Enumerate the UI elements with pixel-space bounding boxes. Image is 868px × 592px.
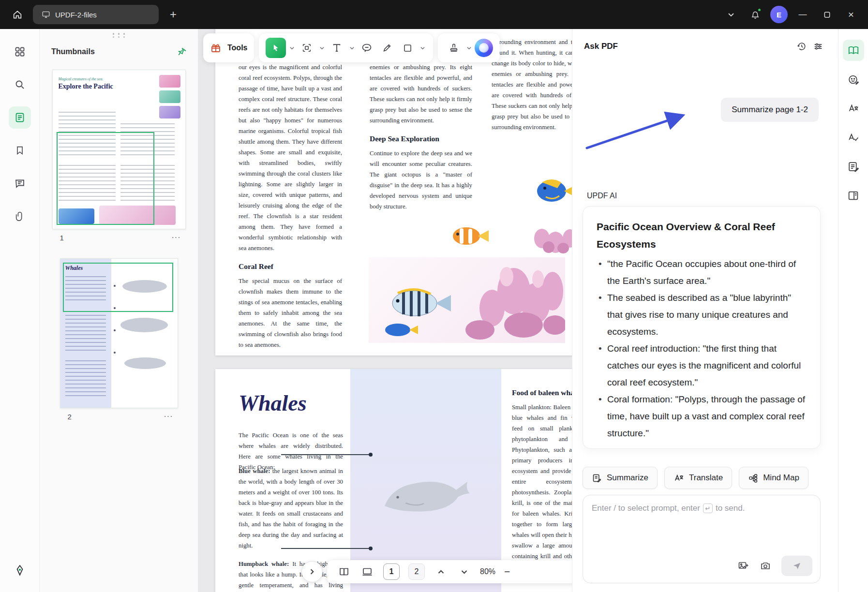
summarize-button[interactable]: Summarize: [583, 467, 658, 489]
attach-image-button[interactable]: [737, 560, 749, 572]
translate-a-icon: [847, 103, 859, 115]
open-book-icon: [847, 44, 860, 57]
thumb1-page-number: 1: [60, 234, 64, 242]
select-tool-chevron[interactable]: [288, 41, 296, 55]
next-page-button[interactable]: [457, 564, 471, 579]
dropdown-chevron-button[interactable]: [722, 5, 740, 24]
clownfish-image: [445, 216, 492, 254]
topbar: UPDF-2-files + E — ×: [0, 0, 868, 29]
pen-tool-button[interactable]: [378, 39, 396, 57]
translate-panel-button[interactable]: [843, 98, 864, 119]
note-edit-icon: [847, 161, 859, 173]
snapshot-tool-chevron[interactable]: [318, 41, 326, 55]
thumb1-more-button[interactable]: ···: [172, 233, 181, 242]
search-button[interactable]: [9, 74, 31, 96]
minimize-button[interactable]: —: [793, 5, 812, 24]
comment-tool-button[interactable]: [358, 39, 376, 57]
page1-column-3: surrounding environment and the water ar…: [492, 37, 572, 133]
main-tools-segment: [259, 33, 433, 62]
thumb2-selection-rect: [63, 263, 173, 312]
zoom-level[interactable]: 80%: [480, 567, 495, 576]
document-tab[interactable]: UPDF-2-files: [33, 5, 159, 24]
apps-grid-icon: [14, 46, 26, 58]
notes-button[interactable]: [843, 156, 864, 177]
page1-column-1: our eyes is the magnificent and colorful…: [239, 62, 342, 350]
page2-right-column: Food of baleen whales Small plankton: Ba…: [512, 387, 572, 572]
coral-reef-image: [369, 257, 565, 343]
page-navigation-bar: 1 2 80% −: [327, 560, 572, 583]
thumbnails-title: Thumbnails: [51, 47, 95, 56]
enter-key-icon: ↵: [703, 503, 713, 513]
previous-page-button[interactable]: [434, 564, 448, 579]
next-page-box[interactable]: 2: [408, 563, 425, 580]
avatar[interactable]: E: [770, 6, 788, 23]
emoji-annotation-button[interactable]: [843, 69, 864, 90]
layout-panel-button[interactable]: [843, 185, 864, 206]
assistant-name: UPDF AI: [587, 192, 617, 200]
attachments-button[interactable]: [9, 205, 31, 227]
chat-history-button[interactable]: [793, 38, 810, 55]
maximize-button[interactable]: [818, 5, 836, 24]
zoom-out-button[interactable]: −: [504, 566, 510, 577]
home-button[interactable]: [8, 5, 27, 24]
pdf-page-2[interactable]: Whales The Pacific Ocean is one of the s…: [215, 369, 572, 592]
bookmark-icon: [15, 145, 25, 156]
floating-toolbar: Tools: [203, 33, 500, 62]
stamp-tool-button[interactable]: [445, 39, 463, 57]
translate-button[interactable]: Translate: [664, 467, 732, 489]
chevron-down-icon: [727, 11, 735, 18]
response-bullet: The seabed is described as a "blue labyr…: [597, 289, 807, 340]
snapshot-tool-button[interactable]: [298, 39, 316, 57]
thumbnails-panel-button[interactable]: [9, 106, 31, 129]
shape-tool-chevron[interactable]: [419, 41, 426, 55]
prompt-placeholder: Enter / to select prompt, enter ↵ to sen…: [592, 503, 811, 513]
paperclip-icon: [15, 211, 25, 222]
leader-line-2: [281, 548, 371, 549]
response-bullets: "the Pacific Ocean occupies about one-th…: [597, 255, 807, 442]
tools-segment[interactable]: Tools: [203, 33, 254, 62]
ai-assistant-button[interactable]: [475, 39, 493, 57]
tools-label: Tools: [227, 44, 247, 52]
comments-button[interactable]: [9, 172, 31, 194]
screen-view-button[interactable]: [360, 564, 374, 579]
document-canvas[interactable]: our eyes is the magnificent and colorful…: [198, 29, 572, 592]
ask-pdf-title: Ask PDF: [584, 42, 618, 51]
shape-tool-button[interactable]: [398, 39, 417, 57]
thumb1-selection-rect: [57, 132, 154, 225]
smiley-icon: [847, 74, 859, 86]
whale-image: [377, 468, 479, 526]
close-button[interactable]: ×: [842, 5, 860, 24]
thumbnail-page-2[interactable]: Whales 2 ···: [60, 258, 178, 421]
reader-assistant-button[interactable]: [843, 40, 864, 61]
summarize-icon: [592, 473, 602, 483]
pin-icon[interactable]: [176, 46, 186, 57]
current-page-input[interactable]: 1: [383, 563, 400, 580]
ai-settings-button[interactable]: [810, 38, 826, 55]
screenshot-button[interactable]: [759, 560, 772, 572]
send-button[interactable]: [781, 556, 812, 576]
thumbnail-page-1[interactable]: Magical creatures of the sea. Explore th…: [52, 70, 186, 242]
mind-map-button[interactable]: Mind Map: [739, 467, 808, 489]
right-rail: [838, 29, 868, 592]
signature-pen-button[interactable]: [9, 559, 31, 581]
spell-check-button[interactable]: [843, 127, 864, 148]
new-tab-button[interactable]: +: [165, 6, 182, 23]
text-tool-button[interactable]: [328, 39, 346, 57]
expand-panel-button[interactable]: [301, 561, 323, 582]
thumb2-more-button[interactable]: ···: [164, 412, 173, 421]
bookmarks-button[interactable]: [9, 139, 31, 162]
apps-grid-button[interactable]: [9, 41, 31, 63]
select-tool-button[interactable]: [266, 38, 286, 58]
user-message-bubble: Summarize page 1-2: [721, 98, 819, 122]
notifications-button[interactable]: [746, 5, 764, 24]
panel-drag-handle[interactable]: [112, 33, 126, 38]
page1-column-2: enemies or ambushing prey. Its eight ten…: [370, 62, 472, 212]
thumbnails-panel: Thumbnails Magical creatures of the sea.…: [40, 29, 198, 592]
thumb2-page-number: 2: [68, 413, 72, 421]
text-tool-chevron[interactable]: [348, 41, 356, 55]
pdf-page-1[interactable]: our eyes is the magnificent and colorful…: [215, 29, 572, 355]
reading-mode-button[interactable]: [337, 564, 351, 579]
prompt-input[interactable]: Enter / to select prompt, enter ↵ to sen…: [583, 495, 821, 583]
stamp-tool-chevron[interactable]: [465, 41, 473, 55]
response-bullet: "the Pacific Ocean occupies about one-th…: [597, 255, 807, 289]
